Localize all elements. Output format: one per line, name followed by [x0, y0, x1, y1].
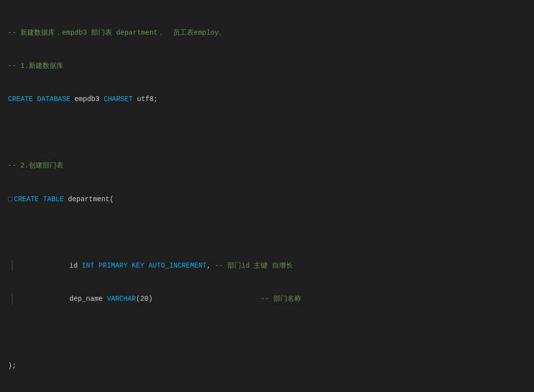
- fold-icon[interactable]: □: [8, 194, 14, 205]
- line-dept-id: id INT PRIMARY KEY AUTO_INCREMENT, -- 部门…: [8, 260, 526, 271]
- keyword-int: INT PRIMARY KEY AUTO_INCREMENT: [82, 260, 207, 271]
- keyword-table: TABLE: [39, 194, 63, 205]
- comment-text: -- 部门id 主键 自增长: [215, 260, 293, 271]
- line-comment-2: -- 1.新建数据库: [8, 60, 526, 71]
- table-dept-name: department(: [64, 194, 114, 205]
- comment-text: -- 新建数据库，empdb3 部门表 department， 员工表emplo…: [8, 27, 226, 38]
- line-dept-name: dep_name VARCHAR(20) -- 部门名称: [8, 293, 526, 304]
- keyword-database: DATABASE: [33, 94, 70, 105]
- db-name: empdb3: [70, 94, 104, 105]
- blank-line: [8, 127, 526, 138]
- keyword-charset: CHARSET: [104, 94, 133, 105]
- blank-line: [8, 227, 526, 238]
- col-dep-name: dep_name: [69, 293, 107, 304]
- line-close-dept: );: [8, 360, 526, 371]
- col-id: id: [69, 260, 82, 271]
- comma: ,: [207, 260, 215, 271]
- keyword-create: CREATE: [8, 94, 33, 105]
- comment-text: -- 部门名称: [261, 293, 301, 304]
- varchar-size: (20): [136, 293, 261, 304]
- comment-text: -- 2.创建部门表: [8, 160, 63, 171]
- keyword-create: CREATE: [14, 194, 39, 205]
- keyword-varchar: VARCHAR: [107, 293, 136, 304]
- close-paren: );: [8, 360, 16, 371]
- line-create-db: CREATE DATABASE empdb3 CHARSET utf8;: [8, 94, 526, 105]
- blank-line: [8, 327, 526, 337]
- charset-val: utf8;: [133, 94, 158, 105]
- code-editor: -- 新建数据库，empdb3 部门表 department， 员工表emplo…: [8, 5, 526, 392]
- comment-text: -- 1.新建数据库: [8, 60, 63, 71]
- line-comment-1: -- 新建数据库，empdb3 部门表 department， 员工表emplo…: [8, 27, 526, 38]
- line-comment-3: -- 2.创建部门表: [8, 160, 526, 171]
- line-create-dept: □CREATE TABLE department(: [8, 194, 526, 205]
